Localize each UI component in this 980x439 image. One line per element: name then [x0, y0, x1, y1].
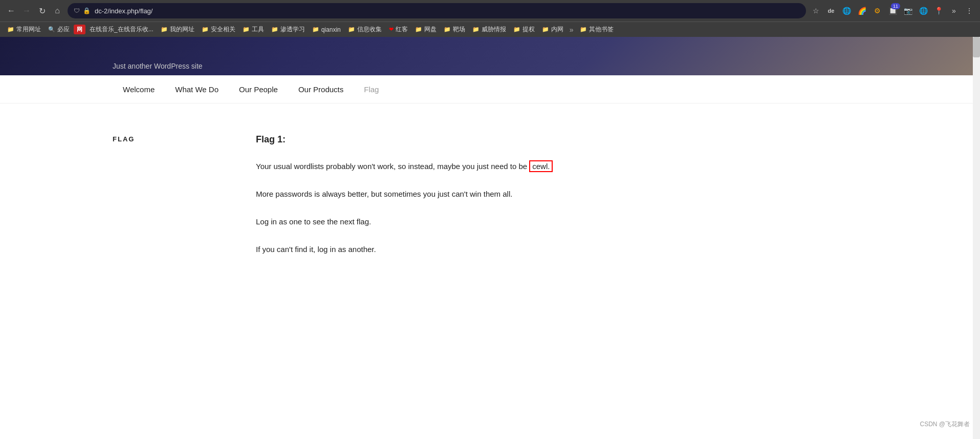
- bookmark-mywangzhi[interactable]: 📁 我的网址: [158, 24, 198, 35]
- para1-text-start: Your usual wordlists probably won't work…: [256, 162, 529, 171]
- bookmark-biying[interactable]: 🔍 必应: [45, 24, 73, 35]
- folder-icon: 📁: [243, 26, 250, 33]
- folder-icon: 📁: [271, 26, 278, 33]
- address-bar[interactable]: 🛡 🔒 dc-2/index.php/flag/: [68, 3, 806, 18]
- address-bar-icons: 🛡 🔒: [74, 7, 91, 14]
- extension1-icon[interactable]: 🌐: [841, 5, 852, 16]
- extension5-icon[interactable]: 📷: [902, 5, 913, 16]
- de-icon[interactable]: de: [825, 5, 837, 16]
- lock-icon: 🔒: [83, 7, 91, 14]
- bookmark-netdisk[interactable]: 📁 网盘: [412, 24, 440, 35]
- bookmark-label: 网盘: [424, 25, 437, 34]
- bookmark-threat[interactable]: 📁 威胁情报: [469, 24, 509, 35]
- flag-title: Flag 1:: [256, 134, 867, 145]
- para1-highlight: cewl.: [529, 160, 553, 172]
- nav-welcome[interactable]: Welcome: [113, 76, 165, 103]
- bookmark-others[interactable]: 📁 其他书签: [577, 24, 617, 35]
- sidebar-label: FLAG: [113, 135, 135, 143]
- flag-paragraph-1: Your usual wordlists probably won't work…: [256, 160, 867, 173]
- bookmark-label: 红客: [396, 25, 408, 34]
- folder-icon: 📁: [312, 26, 319, 33]
- bookmark-label: 渗透学习: [280, 25, 305, 34]
- bookmark-qianxin[interactable]: 📁 qianxin: [309, 25, 344, 34]
- sidebar-section: FLAG: [113, 134, 225, 271]
- bookmark-redker[interactable]: ❤ 红客: [386, 24, 411, 35]
- bookmark-label: 在线音乐_在线音乐收...: [90, 25, 154, 34]
- more-extensions-button[interactable]: »: [948, 5, 960, 16]
- bookmark-label: 靶场: [453, 25, 465, 34]
- site-navigation: Welcome What We Do Our People Our Produc…: [0, 75, 980, 103]
- star-button[interactable]: ☆: [810, 5, 821, 16]
- scrollbar-thumb[interactable]: [973, 37, 980, 57]
- folder-icon: 📁: [202, 26, 209, 33]
- bookmark-label: 威胁情报: [482, 25, 506, 34]
- folder-icon: 📁: [542, 26, 549, 33]
- nav-our-people[interactable]: Our People: [229, 76, 288, 103]
- site-subtitle: Just another WordPress site: [113, 62, 203, 70]
- menu-button[interactable]: ⋮: [964, 5, 975, 16]
- address-text: dc-2/index.php/flag/: [95, 7, 800, 15]
- folder-icon: 📁: [472, 26, 480, 33]
- bookmark-tools[interactable]: 📁 工具: [239, 24, 267, 35]
- home-button[interactable]: ⌂: [51, 5, 63, 17]
- page-content: Just another WordPress site Welcome What…: [0, 37, 980, 439]
- toolbar-right: ☆ de 🌐 🌈 ⚙ 🔲 11 📷 🌐 📍 » ⋮: [810, 5, 975, 16]
- back-button[interactable]: ←: [5, 5, 17, 17]
- bookmark-label: 常用网址: [16, 25, 41, 34]
- extension6-icon[interactable]: 🌐: [918, 5, 929, 16]
- scrollbar[interactable]: [973, 37, 980, 439]
- reload-button[interactable]: ↻: [36, 5, 48, 17]
- nav-our-products[interactable]: Our Products: [288, 76, 354, 103]
- bookmark-music-label[interactable]: 在线音乐_在线音乐收...: [86, 24, 157, 35]
- folder-icon: 📁: [161, 26, 168, 33]
- bookmark-label: 安全相关: [211, 25, 235, 34]
- bookmark-changeyongwangzhi[interactable]: 📁 常用网址: [4, 24, 44, 35]
- content-section: Flag 1: Your usual wordlists probably wo…: [256, 134, 867, 271]
- badge-count: 11: [891, 3, 900, 9]
- extension7-icon[interactable]: 📍: [933, 5, 944, 16]
- nav-flag[interactable]: Flag: [354, 76, 389, 103]
- search-icon: 🔍: [48, 26, 55, 33]
- extension4-icon[interactable]: 🔲 11: [887, 5, 898, 16]
- bookmark-label: 信息收集: [357, 25, 382, 34]
- extension2-icon[interactable]: 🌈: [856, 5, 867, 16]
- bookmark-label: 工具: [252, 25, 264, 34]
- bookmark-label: 其他书签: [589, 25, 614, 34]
- folder-icon: 📁: [580, 26, 587, 33]
- flag-paragraph-3: Log in as one to see the next flag.: [256, 216, 867, 228]
- nav-buttons: ← → ↻ ⌂: [5, 5, 63, 17]
- bookmark-label: 必应: [57, 25, 70, 34]
- bookmark-label: qianxin: [321, 26, 341, 33]
- hero-area: Just another WordPress site: [0, 37, 980, 75]
- forward-button[interactable]: →: [20, 5, 33, 17]
- bookmark-label: 提权: [522, 25, 535, 34]
- heart-icon: ❤: [389, 26, 394, 33]
- flag-paragraph-4: If you can't find it, log in as another.: [256, 243, 867, 256]
- bookmark-label: 内网: [551, 25, 563, 34]
- bookmark-pentest[interactable]: 📁 渗透学习: [268, 24, 308, 35]
- nav-what-we-do[interactable]: What We Do: [165, 76, 229, 103]
- csdn-watermark: CSDN @飞花舞者: [920, 420, 970, 429]
- music-badge: 网: [77, 26, 82, 33]
- bookmark-range[interactable]: 📁 靶场: [441, 24, 468, 35]
- bookmark-security[interactable]: 📁 安全相关: [199, 24, 238, 35]
- extension3-icon[interactable]: ⚙: [872, 5, 883, 16]
- flag-paragraph-2: More passwords is always better, but som…: [256, 188, 867, 200]
- browser-toolbar: ← → ↻ ⌂ 🛡 🔒 dc-2/index.php/flag/ ☆ de 🌐 …: [0, 0, 980, 22]
- bookmark-label: 我的网址: [170, 25, 194, 34]
- folder-icon: 📁: [7, 26, 14, 33]
- main-content: FLAG Flag 1: Your usual wordlists probab…: [0, 103, 980, 302]
- bookmarks-bar: 📁 常用网址 🔍 必应 网 在线音乐_在线音乐收... 📁 我的网址 📁 安全相…: [0, 22, 980, 37]
- folder-icon: 📁: [348, 26, 355, 33]
- bookmark-intranet[interactable]: 📁 内网: [539, 24, 567, 35]
- bookmark-music[interactable]: 网: [74, 25, 85, 34]
- folder-icon: 📁: [415, 26, 422, 33]
- browser-chrome: ← → ↻ ⌂ 🛡 🔒 dc-2/index.php/flag/ ☆ de 🌐 …: [0, 0, 980, 37]
- bookmarks-more-button[interactable]: »: [568, 25, 576, 35]
- bookmark-infocollect[interactable]: 📁 信息收集: [345, 24, 385, 35]
- folder-icon: 📁: [513, 26, 520, 33]
- shield-icon: 🛡: [74, 7, 80, 14]
- bookmark-priv[interactable]: 📁 提权: [510, 24, 538, 35]
- folder-icon: 📁: [444, 26, 451, 33]
